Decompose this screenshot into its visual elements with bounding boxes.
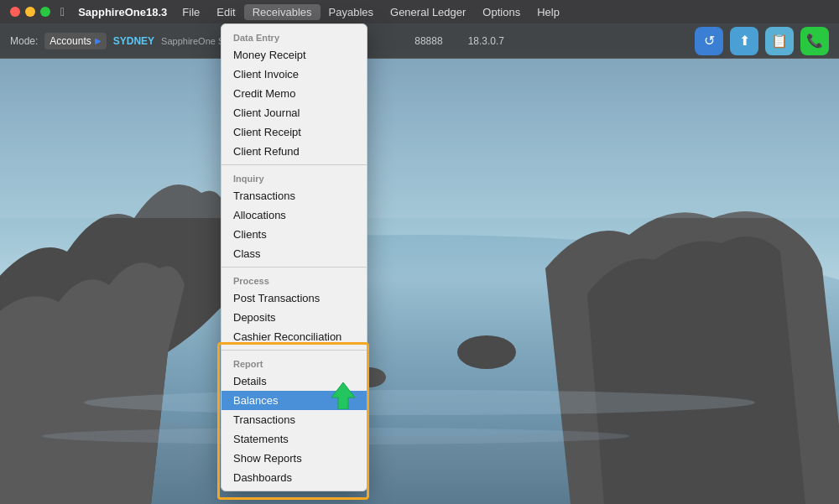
close-button[interactable] (10, 7, 20, 17)
menu-client-invoice[interactable]: Client Invoice (221, 65, 367, 84)
menu-receivables[interactable]: Receivables (244, 4, 320, 20)
separator-2 (221, 267, 367, 268)
toolbar-phone-button[interactable]: 📞 (800, 27, 829, 55)
toolbar-action1-button[interactable]: ↺ (695, 27, 723, 55)
menu-details[interactable]: Details (221, 372, 367, 391)
menu-class[interactable]: Class (221, 244, 367, 263)
menu-client-receipt[interactable]: Client Receipt (221, 122, 367, 142)
mode-arrow-icon: ▶ (95, 36, 102, 45)
maximize-button[interactable] (40, 7, 50, 17)
menu-deposits[interactable]: Deposits (221, 308, 367, 327)
toolbar-field1: 88888 (414, 35, 442, 47)
menu-file[interactable]: File (174, 4, 208, 20)
mode-value: Accounts (50, 35, 91, 47)
toolbar-action2-button[interactable]: ⬆ (730, 27, 758, 55)
menu-dashboards[interactable]: Dashboards (221, 468, 367, 487)
toolbar-field2: 18.3.0.7 (468, 35, 504, 47)
sapphire-sub-text: SapphireOne S (161, 36, 224, 46)
menu-balances[interactable]: Balances (221, 391, 367, 410)
mode-label: Mode: (10, 35, 38, 47)
menu-show-reports[interactable]: Show Reports (221, 449, 367, 468)
menu-client-refund[interactable]: Client Refund (221, 142, 367, 161)
menu-edit[interactable]: Edit (208, 4, 243, 20)
svg-point-3 (457, 335, 516, 369)
separator-3 (221, 350, 367, 351)
apple-icon:  (60, 5, 65, 18)
svg-rect-6 (0, 50, 839, 218)
svg-point-4 (84, 390, 755, 415)
location-text: SYDNEY (113, 35, 154, 47)
menu-general-ledger[interactable]: General Ledger (382, 4, 474, 20)
menu-cashier-reconciliation[interactable]: Cashier Reconciliation (221, 327, 367, 346)
menu-options[interactable]: Options (474, 4, 529, 20)
titlebar:  SapphireOne18.3 File Edit Receivables … (0, 0, 839, 23)
receivables-dropdown: Data Entry Money Receipt Client Invoice … (221, 23, 367, 491)
toolbar-icons: ↺ ⬆ 📋 📞 (695, 27, 829, 55)
report-section-label: Report (221, 354, 367, 372)
menu-credit-memo[interactable]: Credit Memo (221, 84, 367, 103)
menu-help[interactable]: Help (529, 4, 568, 20)
menu-post-transactions[interactable]: Post Transactions (221, 288, 367, 308)
menu-allocations[interactable]: Allocations (221, 205, 367, 225)
menu-transactions-inquiry[interactable]: Transactions (221, 186, 367, 205)
menu-client-journal[interactable]: Client Journal (221, 103, 367, 122)
data-entry-section-label: Data Entry (221, 28, 367, 45)
inquiry-section-label: Inquiry (221, 169, 367, 186)
menu-clients[interactable]: Clients (221, 225, 367, 244)
menu-transactions-report[interactable]: Transactions (221, 410, 367, 429)
menu-bar: SapphireOne18.3 File Edit Receivables Pa… (71, 4, 829, 20)
menu-statements[interactable]: Statements (221, 429, 367, 449)
separator-1 (221, 164, 367, 165)
app-name: SapphireOne18.3 (71, 4, 174, 20)
toolbar: Mode: Accounts ▶ SYDNEY SapphireOne S 88… (0, 23, 839, 59)
menu-money-receipt[interactable]: Money Receipt (221, 45, 367, 65)
toolbar-action3-button[interactable]: 📋 (765, 27, 794, 55)
process-section-label: Process (221, 271, 367, 288)
mode-select[interactable]: Accounts ▶ (44, 33, 106, 49)
minimize-button[interactable] (25, 7, 35, 17)
background-scene (0, 0, 839, 504)
menu-payables[interactable]: Payables (320, 4, 382, 20)
traffic-lights (10, 7, 50, 17)
